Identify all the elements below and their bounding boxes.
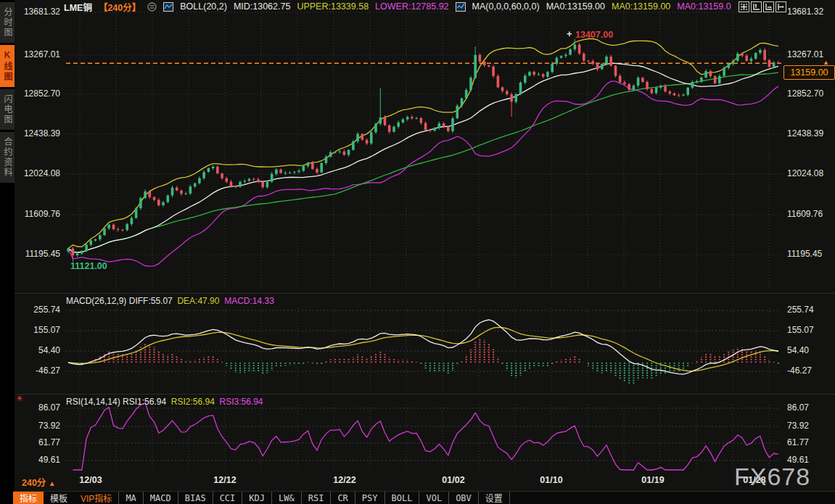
crosshair-icon[interactable] — [739, 1, 749, 12]
date-tick-label: 12/03 — [79, 475, 102, 485]
boll-indicator-icon[interactable] — [163, 2, 173, 12]
axis-label: 255.74 — [33, 305, 60, 315]
price-up-arrow-icon: ▲ — [823, 59, 829, 66]
indicator-header: LME铜 【240分】 BOLL(20,2) MID:13062.75 UPPE… — [64, 0, 731, 13]
zoom-out-axis-icon[interactable] — [763, 1, 774, 12]
low-price-annotation: 11121.00 — [70, 261, 107, 271]
pan-right-icon[interactable] — [776, 1, 786, 12]
axis-label: 11609.76 — [25, 209, 60, 219]
macd-value: MACD:14.33 — [224, 296, 274, 306]
axis-label: 86.07 — [38, 402, 60, 413]
pane-divider — [15, 293, 835, 294]
ma0-white-value: MA0:13159.00 — [546, 1, 605, 12]
ma0-yellow-value: MA0:13159.00 — [612, 1, 670, 12]
axis-label: 12438.39 — [787, 128, 823, 139]
axis-label: 12852.70 — [787, 88, 823, 99]
rsi2-value: RSI2:56.94 — [171, 397, 215, 407]
boll-mid-value: MID:13062.75 — [234, 1, 291, 12]
macd-diff-value: DIFF:55.07 — [129, 296, 173, 306]
axis-label: 86.07 — [787, 402, 809, 413]
period-selector[interactable]: 240分 ▲ — [22, 475, 56, 489]
indicator-button-vol[interactable]: VOL — [419, 492, 448, 504]
indicator-button-kdj[interactable]: KDJ — [242, 492, 271, 504]
axis-label: -46.27 — [36, 365, 60, 376]
watermark: FX678 — [734, 463, 810, 491]
indicator-button-boll[interactable]: BOLL — [384, 492, 419, 504]
rsi1-value: RSI1:56.94 — [123, 397, 166, 407]
axis-label: 12024.08 — [24, 168, 60, 178]
date-tick-label: 01/02 — [442, 475, 464, 485]
boll-upper-value: UPPER:13339.58 — [297, 1, 369, 12]
rsi3-value: RSI3:56.94 — [220, 397, 263, 407]
axis-label: 11609.76 — [787, 209, 823, 219]
boll-label: BOLL(20,2) — [180, 1, 227, 12]
indicator-button-rsi[interactable]: RSI — [301, 492, 331, 504]
indicator-button-cci[interactable]: CCI — [213, 492, 242, 504]
axis-label: 13681.32 — [787, 7, 823, 17]
axis-label: 73.92 — [38, 421, 60, 431]
axis-label: 54.40 — [787, 345, 809, 355]
axis-label: 255.74 — [787, 305, 814, 315]
axis-label: 12024.08 — [787, 168, 823, 178]
indicator-button-bias[interactable]: BIAS — [178, 492, 213, 504]
date-tick-label: 12/22 — [333, 475, 355, 485]
rsi-title: RSI(14,14,14) — [66, 397, 120, 407]
indicator-button-[interactable]: 设置 — [478, 492, 510, 504]
axis-label: 11195.45 — [25, 249, 60, 259]
indicator-button-macd[interactable]: MACD — [143, 492, 178, 504]
indicator-button-lw[interactable]: LW& — [271, 492, 301, 504]
boll-lower-value: LOWER:12785.92 — [375, 1, 448, 12]
toolbar-tab-1[interactable]: 模板 — [44, 492, 74, 504]
date-tick-label: 01/19 — [641, 475, 664, 485]
period-dropdown-arrow-icon: ▲ — [49, 479, 56, 487]
time-axis: 240分 ▲ 12/0312/1212/2201/0201/1001/1901/… — [15, 472, 835, 491]
indicator-button-ma[interactable]: MA — [118, 492, 142, 504]
axis-label: 61.77 — [787, 437, 809, 447]
axis-label: 13267.01 — [24, 49, 60, 59]
toolbar-tab-2[interactable]: VIP指标 — [74, 492, 118, 504]
high-price-annotation: 13407.00 — [575, 30, 613, 40]
axis-label: 155.07 — [787, 325, 814, 335]
price-chart-canvas[interactable] — [0, 0, 835, 504]
axis-label: 73.92 — [787, 421, 809, 431]
macd-title: MACD(26,12,9) — [66, 296, 126, 306]
axis-label: 49.61 — [38, 455, 60, 465]
indicator-button-obv[interactable]: OBV — [448, 492, 478, 504]
axis-label: -46.27 — [787, 365, 812, 376]
axis-label: 61.77 — [38, 437, 60, 447]
date-tick-label: 12/12 — [213, 475, 236, 485]
indicator-button-cr[interactable]: CR — [330, 492, 354, 504]
ma0-magenta-value: MA0:13159.0 — [677, 1, 731, 12]
toolbar-tab-0[interactable]: 指标 — [13, 492, 44, 504]
axis-label: 54.40 — [38, 345, 60, 355]
axis-label: 11195.45 — [787, 249, 822, 259]
indicator-button-psy[interactable]: PSY — [355, 492, 384, 504]
axis-label: 12438.39 — [24, 128, 60, 139]
macd-dea-value: DEA:47.90 — [177, 296, 219, 306]
ma-label: MA(0,0,0,60,0,0) — [472, 1, 540, 12]
high-cross-marker: + — [567, 28, 572, 39]
last-price-value: 13159.00 — [790, 67, 828, 78]
indicator-toolbar: 指标模板VIP指标MAMACDBIASCCIKDJLW&RSICRPSYBOLL… — [13, 492, 835, 504]
axis-label: 155.07 — [33, 325, 60, 335]
pane-divider — [15, 394, 835, 394]
ma-indicator-icon[interactable] — [456, 2, 466, 12]
chart-toolbuttons — [739, 1, 786, 12]
last-price-tag: ▲ 13159.00 — [783, 65, 835, 80]
axis-label: 12852.70 — [24, 88, 60, 99]
macd-pane-header: MACD(26,12,9) DIFF:55.07 DEA:47.90 MACD:… — [66, 296, 274, 306]
date-tick-label: 01/10 — [540, 475, 562, 485]
rsi-pane-header: RSI(14,14,14) RSI1:56.94 RSI2:56.94 RSI3… — [66, 397, 263, 407]
period-badge[interactable]: 【240分】 — [99, 0, 141, 14]
symbol-name: LME铜 — [64, 0, 92, 14]
axis-label: 13267.01 — [787, 49, 823, 59]
session-icon[interactable] — [147, 2, 157, 12]
axis-label: 13681.32 — [24, 7, 60, 17]
zoom-in-axis-icon[interactable] — [751, 1, 762, 12]
alert-sun-icon: ☀ — [15, 393, 24, 404]
